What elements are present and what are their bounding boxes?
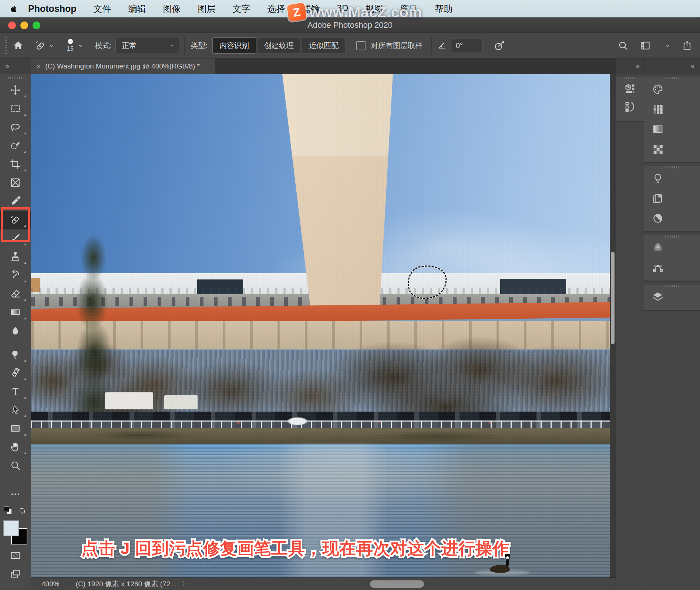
menu-item[interactable]: 文件: [94, 3, 111, 15]
mode-value: 正常: [122, 41, 167, 51]
type-proximity-match-button[interactable]: 近似匹配: [302, 37, 346, 54]
history-brush-icon: [10, 269, 21, 282]
panel-layers-button[interactable]: [644, 288, 700, 308]
chevron-down-icon[interactable]: [77, 43, 84, 49]
panel-paths-button[interactable]: [644, 258, 700, 278]
options-bar: 15 模式: 正常 类型: 内容识别 创建纹理 近似匹配 对所有图层取样 0°: [0, 33, 700, 58]
share-icon[interactable]: [682, 40, 693, 51]
document-canvas[interactable]: 点击 J 回到污点修复画笔工具，现在再次对这个进行操作: [31, 74, 610, 577]
search-icon[interactable]: [617, 40, 629, 51]
pen-pressure-icon[interactable]: [494, 40, 505, 51]
clone-stamp-icon: [10, 251, 21, 264]
home-icon[interactable]: [13, 40, 24, 51]
type-tool[interactable]: T: [0, 383, 31, 401]
history-brush-tool[interactable]: [0, 266, 31, 285]
panel-channels-button[interactable]: [644, 238, 700, 258]
menu-item[interactable]: 3D: [337, 3, 349, 15]
panel-properties-button[interactable]: [616, 80, 644, 98]
vertical-scrollbar-thumb[interactable]: [611, 252, 615, 344]
panel-group: [616, 77, 644, 122]
panel-adjustments-button[interactable]: [644, 209, 700, 229]
lasso-tool[interactable]: [0, 118, 31, 137]
paths-icon: [652, 261, 664, 275]
menu-item[interactable]: 滤镜: [302, 3, 320, 15]
window-title: Adobe Photoshop 2020: [0, 17, 700, 33]
sample-all-layers-checkbox[interactable]: [356, 41, 366, 50]
chevron-down-icon[interactable]: [48, 43, 55, 49]
instruction-text: 点击 J 回到污点修复画笔工具，现在再次对这个进行操作: [81, 537, 509, 560]
right-dock: « «: [616, 58, 700, 590]
menu-item[interactable]: 视图: [365, 3, 383, 15]
menu-item[interactable]: 帮助: [435, 3, 452, 15]
rectangle-tool[interactable]: [0, 420, 31, 438]
frame-tool[interactable]: [0, 174, 31, 192]
dock-collapse-col2[interactable]: «: [644, 58, 700, 74]
menu-item[interactable]: 窗口: [400, 3, 418, 15]
menu-item[interactable]: 图层: [198, 3, 216, 15]
panel-gradients-button[interactable]: [644, 120, 700, 140]
panel-history-button[interactable]: [616, 98, 644, 117]
tool-preset-spot-healing-icon[interactable]: [34, 40, 46, 51]
workspace-switcher-icon[interactable]: [640, 40, 651, 51]
menu-item[interactable]: 文字: [233, 3, 250, 15]
dodge-tool[interactable]: [0, 346, 31, 364]
brush-size-picker[interactable]: 15: [67, 39, 74, 52]
chevron-down-icon[interactable]: [664, 43, 670, 49]
panel-color-button[interactable]: [644, 80, 700, 100]
document-tab[interactable]: × (C) Washington Monument.jpg @ 400%(RGB…: [31, 58, 215, 74]
type-create-texture-button[interactable]: 创建纹理: [257, 37, 301, 54]
horizontal-scrollbar-thumb[interactable]: [370, 580, 424, 588]
quick-mask-button[interactable]: [0, 550, 31, 561]
pen-tool[interactable]: [0, 364, 31, 383]
type-content-aware-button[interactable]: 内容识别: [212, 37, 256, 54]
photoshop-app: Photoshop 文件编辑图像图层文字选择滤镜3D视图窗口帮助 Z www.M…: [0, 0, 700, 590]
zoom-level[interactable]: 400%: [41, 580, 60, 588]
sample-all-layers-label: 对所有图层取样: [371, 41, 423, 51]
panel-learn-button[interactable]: [644, 169, 700, 189]
zoom-tool[interactable]: [0, 457, 31, 475]
dock-column-1: [616, 74, 644, 590]
panel-swatches-button[interactable]: [644, 100, 700, 120]
move-icon: [10, 84, 21, 97]
vertical-scrollbar[interactable]: [610, 74, 616, 577]
menu-item[interactable]: 选择: [267, 3, 285, 15]
gradients-icon: [652, 123, 664, 137]
zoom-icon: [10, 460, 21, 473]
tab-close-icon[interactable]: ×: [36, 62, 41, 71]
chevron-down-icon: [169, 43, 175, 48]
gradient-tool[interactable]: [0, 304, 31, 322]
rectangular-marquee-tool[interactable]: [0, 100, 31, 118]
menu-items: 文件编辑图像图层文字选择滤镜3D视图窗口帮助: [94, 3, 470, 15]
eyedropper-icon: [10, 195, 21, 208]
brush-size-value: 15: [67, 46, 74, 52]
path-selection-tool[interactable]: [0, 401, 31, 420]
eraser-tool[interactable]: [0, 285, 31, 304]
document-info[interactable]: (C) 1920 像素 x 1280 像素 (72...: [76, 579, 176, 589]
app-menu-photoshop[interactable]: Photoshop: [28, 3, 77, 14]
blur-icon: [10, 325, 21, 338]
object-selection-tool[interactable]: [0, 137, 31, 155]
panel-patterns-button[interactable]: [644, 140, 700, 160]
angle-input[interactable]: 0°: [451, 38, 483, 53]
learn-icon: [652, 172, 664, 186]
foreground-color-swatch[interactable]: [3, 520, 19, 536]
edit-toolbar-tool[interactable]: [0, 486, 31, 504]
adjustments-icon: [652, 212, 664, 226]
dock-collapse-col1[interactable]: «: [616, 58, 644, 74]
blur-tool[interactable]: [0, 322, 31, 341]
menu-item[interactable]: 图像: [163, 3, 181, 15]
clone-stamp-tool[interactable]: [0, 248, 31, 266]
menu-item[interactable]: 编辑: [128, 3, 146, 15]
crop-tool[interactable]: [0, 155, 31, 174]
toolbar-collapse-button[interactable]: »: [0, 58, 31, 74]
screen-mode-button[interactable]: [0, 568, 31, 580]
mode-dropdown[interactable]: 正常: [115, 38, 179, 53]
default-colors-icon[interactable]: [4, 506, 13, 515]
panel-libraries-button[interactable]: [644, 189, 700, 209]
status-expand-icon[interactable]: 〉: [182, 580, 188, 588]
move-tool[interactable]: [0, 81, 31, 100]
apple-menu-icon[interactable]: [10, 4, 18, 13]
hand-tool[interactable]: [0, 438, 31, 457]
dock-header: « «: [616, 58, 700, 74]
lasso-icon: [10, 121, 21, 134]
